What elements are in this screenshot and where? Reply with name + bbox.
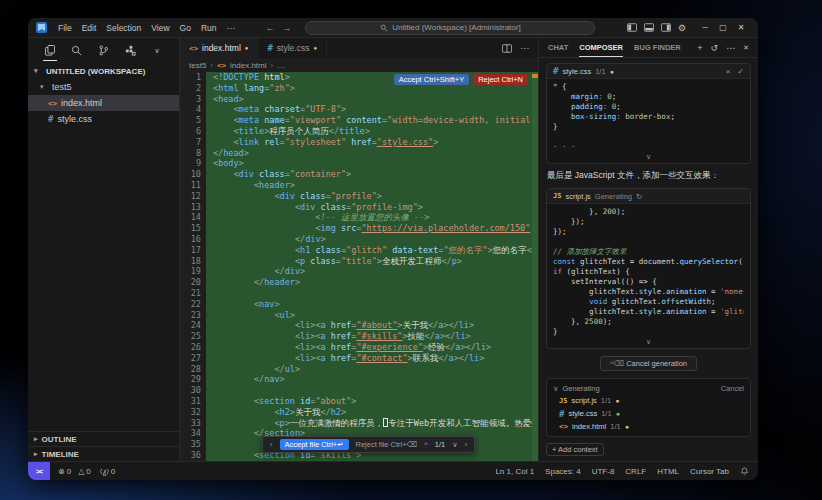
settings-gear-icon[interactable]: ⚙ (678, 23, 686, 33)
next-diff-icon[interactable]: › (465, 440, 468, 449)
panel-tab-chat[interactable]: CHAT (548, 38, 568, 57)
breadcrumb-more[interactable]: … (277, 61, 285, 70)
js-file-icon: JS (559, 397, 567, 405)
generating-file-style.css[interactable]: #style.css1/1● (553, 407, 744, 420)
line-number: 2 (180, 83, 201, 94)
minimize-button[interactable]: ─ (696, 23, 714, 32)
cancel-link[interactable]: Cancel (721, 384, 744, 393)
reject-file-button[interactable]: Reject file Ctrl+⌫ (356, 440, 418, 449)
menu-go[interactable]: Go (175, 23, 196, 33)
ports-indicator[interactable]: 0 (100, 467, 115, 476)
problems-indicator[interactable]: ⊗ 0 △ 0 (58, 467, 91, 476)
tab-index.html[interactable]: <>index.html● (180, 38, 258, 58)
menu-view[interactable]: View (146, 23, 174, 33)
modified-dot-icon[interactable]: ● (313, 45, 317, 51)
code-line: <meta charset="UTF-8"> (213, 104, 532, 115)
explorer-icon[interactable] (42, 41, 58, 61)
js-code-card: JS script.js Generating ↻ }, 200); });})… (546, 188, 751, 349)
nav-forward-icon[interactable]: → (278, 23, 295, 33)
css-line: padding: 0; (553, 102, 744, 112)
status-bar: >< ⊗ 0 △ 0 0 Ln 1, Col 1Spaces: 4UTF-8CR… (28, 461, 758, 480)
menu-edit[interactable]: Edit (77, 23, 102, 33)
more-actions-icon[interactable]: ⋯ (521, 43, 530, 53)
reject-all-button[interactable]: Reject Ctrl+N (473, 74, 528, 85)
folder-test5[interactable]: ▾ test5 (28, 79, 179, 95)
file-style.css[interactable]: #style.css (28, 111, 179, 127)
code-line: <div class="profile-img"> (213, 202, 532, 213)
close-panel-icon[interactable]: ✕ (743, 44, 749, 52)
line-number: 25 (180, 331, 201, 342)
cancel-generation-button[interactable]: ^⌫ Cancel generation (600, 356, 697, 371)
split-editor-icon[interactable] (502, 44, 512, 53)
menu-file[interactable]: File (53, 23, 77, 33)
reject-block-icon[interactable]: × (726, 67, 731, 76)
expand-chevron-icon[interactable]: ∨ (547, 338, 750, 348)
outline-section[interactable]: ▸ OUTLINE (28, 431, 179, 446)
more-icon[interactable]: ⋯ (726, 43, 735, 53)
breadcrumb-folder[interactable]: test5 (189, 61, 206, 70)
generating-file-index.html[interactable]: <>index.html1/1● (553, 420, 744, 433)
line-number: 3 (180, 94, 201, 105)
text-cursor (383, 418, 388, 427)
app-logo-icon[interactable] (36, 22, 47, 33)
search-icon[interactable] (69, 41, 85, 61)
menu-selection[interactable]: Selection (101, 23, 146, 33)
minimap[interactable] (532, 72, 538, 461)
menu-run[interactable]: Run (196, 23, 222, 33)
status-crlf[interactable]: CRLF (625, 467, 646, 476)
tab-style.css[interactable]: #style.css● (258, 38, 327, 58)
menu-more[interactable]: ⋯ (222, 23, 241, 33)
chevron-collapsed-icon: ▸ (34, 450, 38, 458)
line-number: 23 (180, 310, 201, 321)
card-file-name[interactable]: style.css (562, 67, 591, 76)
panel-tab-bug-finder[interactable]: BUG FINDER (634, 38, 681, 57)
kbd-hint: ^⌫ (610, 359, 624, 368)
toggle-sidebar-icon[interactable] (627, 23, 637, 32)
extensions-icon[interactable] (122, 41, 138, 61)
down-icon[interactable]: ∨ (452, 440, 458, 449)
line-number: 35 (180, 439, 201, 450)
source-control-icon[interactable] (96, 41, 112, 61)
status-spaces-4[interactable]: Spaces: 4 (545, 467, 581, 476)
toggle-secondary-sidebar-icon[interactable] (661, 23, 671, 32)
line-number: 14 (180, 212, 201, 223)
code-line: <div class="profile"> (213, 191, 532, 202)
accept-block-icon[interactable]: ✓ (737, 67, 744, 76)
prev-diff-icon[interactable]: ‹ (270, 440, 273, 449)
history-icon[interactable]: ↺ (711, 43, 719, 53)
code-line: </header> (213, 277, 532, 288)
generating-file-script.js[interactable]: JSscript.js1/1● (553, 394, 744, 407)
add-context-button[interactable]: + Add context (546, 443, 604, 456)
toggle-panel-icon[interactable] (644, 23, 654, 32)
modified-dot-icon[interactable]: ● (245, 45, 249, 51)
file-index.html[interactable]: <>index.html (28, 95, 179, 111)
code-content[interactable]: <!DOCTYPE html><html lang="zh"><head> <m… (206, 72, 532, 461)
chevron-down-icon[interactable]: ∨ (149, 41, 165, 61)
new-chat-icon[interactable]: + (697, 43, 702, 53)
notifications-bell-icon[interactable] (740, 467, 749, 476)
expand-chevron-icon[interactable]: ∨ (547, 153, 750, 163)
css-line: * { (553, 82, 744, 92)
timeline-section[interactable]: ▸ TIMELINE (28, 446, 179, 461)
close-button[interactable]: ✕ (732, 23, 750, 32)
code-line: <nav> (213, 299, 532, 310)
accept-all-button[interactable]: Accept Ctrl+Shift+Y (394, 74, 469, 85)
workspace-root[interactable]: ▾ UNTITLED (WORKSPACE) (28, 63, 179, 79)
panel-tab-composer[interactable]: COMPOSER (579, 38, 623, 57)
editor-window: FileEditSelectionViewGoRun⋯ ← → Untitled… (28, 18, 758, 480)
status-cursor-tab[interactable]: Cursor Tab (690, 467, 729, 476)
accept-file-button[interactable]: Accept file Ctrl+↵ (280, 439, 349, 450)
up-icon[interactable]: ^ (424, 440, 428, 449)
status-html[interactable]: HTML (657, 467, 679, 476)
card-file-name[interactable]: script.js (565, 192, 590, 201)
status-ln-1-col-1[interactable]: Ln 1, Col 1 (495, 467, 534, 476)
chevron-down-icon[interactable]: ∨ (553, 384, 559, 393)
maximize-button[interactable]: ▢ (714, 23, 732, 32)
breadcrumb-file[interactable]: index.html (230, 61, 266, 70)
command-center-search[interactable]: Untitled (Workspace) [Administrator] (305, 21, 595, 35)
js-line: }); (553, 227, 744, 237)
remote-indicator[interactable]: >< (28, 462, 50, 480)
nav-back-icon[interactable]: ← (261, 23, 278, 33)
status-utf-8[interactable]: UTF-8 (592, 467, 615, 476)
tab-label: style.css (277, 43, 310, 53)
